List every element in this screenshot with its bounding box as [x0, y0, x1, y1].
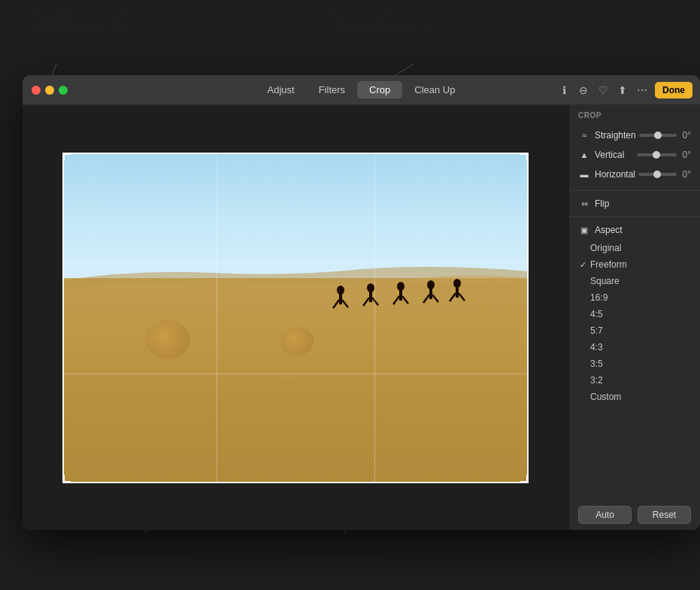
vertical-row: ▲ Vertical 0°	[569, 145, 700, 165]
panel-header: CROP	[569, 105, 700, 123]
aspect-option-original[interactable]: Original	[569, 240, 700, 256]
divider-2	[569, 216, 700, 217]
nav-tabs: Adjust Filters Crop Clean Up	[256, 81, 468, 98]
svg-rect-16	[369, 292, 372, 302]
right-panel: CROP ≈ Straighten 0° ▲ Vertical	[568, 105, 700, 530]
reset-button[interactable]: Reset	[638, 506, 691, 524]
tab-filters[interactable]: Filters	[307, 81, 357, 98]
more-icon[interactable]: ⋯	[635, 83, 649, 97]
svg-line-30	[450, 293, 456, 301]
info-icon[interactable]: ℹ	[557, 83, 571, 97]
panel-section-adjustments: ≈ Straighten 0° ▲ Vertical 0°	[569, 123, 700, 187]
svg-line-14	[333, 300, 339, 308]
flip-row[interactable]: ⇔ Flip	[569, 194, 700, 213]
svg-point-23	[427, 280, 435, 289]
callout-top-left: Trageți pentru a încadra zona din poză p…	[30, 9, 180, 50]
horizontal-icon: ▬	[578, 168, 590, 180]
divider-1	[569, 190, 700, 191]
callout-bottom-left: Trageți pentru a schimba partea vizibilă…	[68, 537, 218, 564]
vertical-icon: ▲	[578, 149, 590, 161]
svg-point-15	[367, 283, 374, 292]
aspect-header-row: ▣ Aspect	[569, 220, 700, 240]
straighten-label: Straighten	[595, 130, 636, 141]
vertical-value: 0°	[683, 150, 691, 160]
svg-rect-20	[399, 290, 402, 301]
app-window: Adjust Filters Crop Clean Up ℹ ⊖ ♡ ⬆ ⋯ D…	[23, 75, 700, 530]
svg-point-27	[453, 279, 461, 288]
horizontal-row: ▬ Horizontal 0°	[569, 165, 700, 184]
aspect-option-4_5[interactable]: 4:5	[569, 306, 700, 322]
svg-point-11	[337, 286, 344, 295]
aspect-option-square[interactable]: Square	[569, 273, 700, 289]
tab-crop[interactable]: Crop	[357, 81, 402, 98]
svg-line-13	[342, 300, 348, 307]
horizontal-slider[interactable]	[638, 173, 676, 176]
aspect-option-custom[interactable]: Custom	[569, 389, 700, 405]
svg-line-29	[459, 293, 465, 301]
toolbar-right: ℹ ⊖ ♡ ⬆ ⋯ Done	[557, 82, 692, 98]
photo-area[interactable]	[23, 105, 568, 530]
aspect-label: Aspect	[595, 225, 691, 235]
horizontal-value: 0°	[683, 169, 691, 180]
svg-line-22	[393, 296, 399, 304]
straighten-icon: ≈	[578, 129, 590, 141]
aspect-option-freeform[interactable]: Freeform	[569, 256, 700, 273]
heart-icon[interactable]: ♡	[596, 83, 610, 97]
straighten-value: 0°	[683, 130, 691, 141]
titlebar: Adjust Filters Crop Clean Up ℹ ⊖ ♡ ⬆ ⋯ D…	[23, 75, 700, 105]
flip-icon: ⇔	[578, 198, 590, 210]
aspect-icon: ▣	[578, 224, 590, 236]
aspect-option-5_7[interactable]: 5:7	[569, 322, 700, 339]
straighten-row: ≈ Straighten 0°	[569, 126, 700, 145]
traffic-lights	[23, 86, 68, 95]
zoom-out-icon[interactable]: ⊖	[577, 83, 590, 97]
done-button[interactable]: Done	[655, 82, 692, 98]
svg-line-26	[423, 295, 429, 303]
svg-point-19	[397, 282, 405, 291]
maximize-button[interactable]	[59, 86, 68, 95]
callout-bottom-right: Decupează sau îndreptă poza în mod autom…	[263, 537, 414, 564]
auto-button[interactable]: Auto	[578, 506, 632, 524]
svg-line-18	[363, 298, 369, 306]
flip-label: Flip	[595, 198, 691, 209]
close-button[interactable]	[32, 86, 41, 95]
vertical-slider[interactable]	[637, 153, 676, 156]
aspect-option-3_2[interactable]: 3:2	[569, 372, 700, 389]
aspect-option-4_3[interactable]: 4:3	[569, 339, 700, 356]
callout-top-right: Faceți clic pentru a vedea instrumentele…	[331, 9, 504, 50]
svg-rect-24	[429, 289, 432, 299]
straighten-slider[interactable]	[639, 134, 677, 137]
main-content: CROP ≈ Straighten 0° ▲ Vertical	[23, 105, 700, 530]
photo-container	[62, 153, 529, 483]
share-icon[interactable]: ⬆	[616, 83, 629, 97]
tab-cleanup[interactable]: Clean Up	[402, 81, 467, 98]
svg-line-21	[402, 296, 408, 304]
vertical-label: Vertical	[595, 150, 634, 160]
svg-line-17	[372, 298, 378, 305]
svg-rect-12	[339, 294, 342, 304]
svg-line-25	[432, 295, 438, 302]
photo-background	[62, 153, 529, 483]
aspect-option-16_9[interactable]: 16:9	[569, 289, 700, 306]
aspect-options: OriginalFreeformSquare16:94:55:74:33:53:…	[569, 240, 700, 405]
svg-rect-28	[456, 287, 459, 298]
aspect-option-3_5[interactable]: 3:5	[569, 356, 700, 372]
horizontal-label: Horizontal	[595, 169, 635, 180]
minimize-button[interactable]	[45, 86, 54, 95]
tab-adjust[interactable]: Adjust	[256, 81, 307, 98]
bottom-buttons: Auto Reset	[569, 500, 700, 530]
